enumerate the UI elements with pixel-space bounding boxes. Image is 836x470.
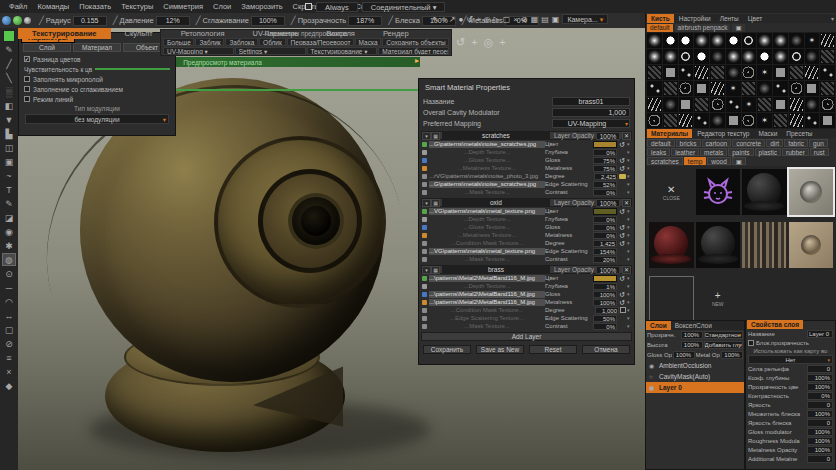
texture-row[interactable]: ...Metalness Texture... bbox=[421, 164, 545, 172]
more-tool-icon[interactable]: ≡ bbox=[2, 351, 16, 364]
material-category-dirt[interactable]: dirt bbox=[766, 139, 783, 147]
materials-tab-пресеты[interactable]: Пресеты bbox=[782, 129, 816, 138]
brush-thumbnail-r0c2[interactable] bbox=[679, 33, 694, 48]
texture-row[interactable]: ...Metalness Texture... bbox=[421, 231, 545, 239]
material-thumb-cat[interactable] bbox=[696, 169, 741, 215]
mini-arrow-icon[interactable]: ▾ bbox=[627, 232, 632, 238]
sensitivity-slider[interactable] bbox=[95, 68, 170, 70]
mini-arrow-icon[interactable]: ▾ bbox=[627, 240, 632, 246]
mini-arrow-icon[interactable]: ▾ bbox=[627, 323, 632, 329]
layers-tab-вокселслои[interactable]: ВокселСлои bbox=[671, 321, 716, 330]
param-value[interactable]: 0% bbox=[593, 149, 617, 156]
param-row-глубина[interactable]: Глубина1%▾ bbox=[545, 282, 632, 290]
brush-thumbnail-r4c7[interactable] bbox=[757, 97, 772, 112]
texture-row[interactable]: ...\patterns\Metal2\MetalBand116_M.jpg bbox=[421, 298, 545, 306]
mode-dropdown[interactable]: Соединительный ▾ bbox=[362, 2, 446, 12]
prop-value[interactable]: 100% bbox=[807, 428, 833, 436]
reset-icon[interactable]: ↺ bbox=[618, 299, 626, 306]
brush-thumbnail-r5c3[interactable] bbox=[694, 113, 709, 128]
brush-folder-icon[interactable]: ▣ bbox=[732, 24, 744, 32]
mini-arrow-icon[interactable]: ▾ bbox=[627, 283, 632, 289]
param-row-edge-scattering[interactable]: Edge Scattering154%▾ bbox=[545, 247, 632, 255]
room-tab-рендер[interactable]: Рендер bbox=[369, 28, 423, 39]
brush-thumbnail-r0c9[interactable] bbox=[789, 33, 804, 48]
pan-preview-icon[interactable]: + bbox=[471, 36, 477, 49]
select-icon[interactable]: ↖ bbox=[432, 15, 439, 24]
smudge-tool-icon[interactable]: ◍ bbox=[2, 253, 16, 266]
rotate-preview-icon[interactable]: ↺ bbox=[456, 36, 465, 49]
texture-row[interactable]: ...\patterns\Metal2\MetalBand116_M.jpg bbox=[421, 274, 545, 282]
brush-tab-настройки[interactable]: Настройки bbox=[675, 14, 715, 23]
smp-button-save-as-new[interactable]: Save as New bbox=[476, 345, 524, 354]
param-row-edge-scattering[interactable]: Edge Scattering52%▾ bbox=[545, 180, 632, 188]
cavity-modulator-input[interactable]: 1,000 bbox=[552, 108, 630, 117]
brush-tab-ленты[interactable]: Ленты bbox=[716, 14, 743, 23]
layer-prop-множитель-блеска[interactable]: Множитель блеска100% bbox=[746, 409, 835, 418]
visibility-icon[interactable]: ◉ bbox=[649, 362, 656, 369]
preview-option-перваза-переворот[interactable]: Перваза/Переворот bbox=[287, 38, 354, 46]
texture-row[interactable]: ...Depth Texture... bbox=[421, 282, 545, 290]
material-category-rubber[interactable]: rubber bbox=[782, 148, 809, 156]
grid-button[interactable]: ▦ bbox=[431, 199, 440, 207]
depth-blend-dropdown[interactable]: Добавить глубин ▾ bbox=[704, 341, 744, 349]
brush-thumbnail-r1c1[interactable] bbox=[663, 49, 678, 64]
slider-value[interactable]: 12% bbox=[156, 16, 190, 26]
menu-item-слои[interactable]: Слои bbox=[208, 2, 236, 11]
brush-thumbnail-r0c10[interactable]: ✶ bbox=[805, 33, 820, 48]
brush-thumbnail-r0c8[interactable] bbox=[773, 33, 788, 48]
texture-row[interactable]: ...Condition Mask Texture... bbox=[421, 306, 545, 314]
reset-icon[interactable]: ↺ bbox=[618, 291, 626, 298]
close-layer-button[interactable]: ✕ bbox=[622, 266, 631, 274]
brush-thumbnail-r5c10[interactable] bbox=[805, 113, 820, 128]
mini-arrow-icon[interactable]: ▾ bbox=[627, 307, 632, 313]
param-row-degree[interactable]: Degree1,000▾ bbox=[545, 306, 632, 314]
lasso-tool-icon[interactable]: ◠ bbox=[2, 295, 16, 308]
fill-tool-icon[interactable]: ◧ bbox=[2, 99, 16, 112]
param-row-metalness[interactable]: Metalness75%↺▾ bbox=[545, 164, 632, 172]
preview-option-заблик[interactable]: Заблик bbox=[195, 38, 224, 46]
room-tab-текстурирование[interactable]: Текстурирование bbox=[18, 28, 111, 39]
app-icon[interactable] bbox=[2, 16, 11, 25]
checkbox-icon[interactable] bbox=[620, 307, 626, 313]
param-row-gloss[interactable]: Gloss0%↺▾ bbox=[545, 223, 632, 231]
param-row-цвет[interactable]: Цвет↺▾ bbox=[545, 274, 632, 282]
param-value[interactable]: 154% bbox=[593, 248, 617, 255]
material-category-wood[interactable]: wood bbox=[707, 157, 731, 165]
materials-tab-материалы[interactable]: Материалы bbox=[647, 129, 692, 138]
param-row-цвет[interactable]: Цвет↺▾ bbox=[545, 207, 632, 215]
brush-thumbnail-r1c3[interactable] bbox=[694, 49, 709, 64]
slider-value[interactable]: 0.155 bbox=[73, 16, 107, 26]
param-row-contrast[interactable]: Contrast0%▾ bbox=[545, 188, 632, 196]
brush-thumbnail-r1c6[interactable] bbox=[742, 49, 757, 64]
brush-thumbnail-r5c11[interactable] bbox=[820, 113, 835, 128]
disable-icon[interactable]: ⊘ bbox=[521, 15, 528, 24]
preview-option-заблока[interactable]: Заблока bbox=[225, 38, 258, 46]
reset-icon[interactable]: ↺ bbox=[618, 157, 626, 164]
layer-properties-tab[interactable]: Свойства слоя bbox=[747, 320, 803, 329]
brush-thumbnail-r1c7[interactable] bbox=[757, 49, 772, 64]
brush-tab-цвет[interactable]: Цвет bbox=[744, 14, 767, 23]
material-thumb-brass-plate[interactable] bbox=[789, 222, 834, 268]
param-value[interactable]: 0% bbox=[593, 189, 617, 196]
visibility-icon[interactable]: ◉ bbox=[649, 384, 656, 391]
brush-thumbnail-r5c7[interactable]: ✶ bbox=[757, 113, 772, 128]
param-value[interactable]: 0% bbox=[593, 232, 617, 239]
param-row-gloss[interactable]: Gloss75%↺▾ bbox=[545, 156, 632, 164]
move-up-icon[interactable]: ↑ bbox=[442, 15, 446, 24]
close-layer-button[interactable]: ✕ bbox=[622, 132, 631, 140]
param-value[interactable]: 0% bbox=[593, 224, 617, 231]
smp-button-reset[interactable]: Reset bbox=[529, 345, 577, 354]
prop-value[interactable]: 0% bbox=[807, 392, 833, 400]
mini-arrow-icon[interactable]: ▾ bbox=[627, 149, 632, 155]
param-row-degree[interactable]: Degree1,425↺▾ bbox=[545, 239, 632, 247]
add-layer-button[interactable]: Add Layer bbox=[421, 332, 632, 341]
brush-thumbnail-r5c2[interactable] bbox=[679, 113, 694, 128]
prop-value[interactable]: 0 bbox=[807, 365, 833, 373]
material-thumb-dark-sphere[interactable] bbox=[742, 169, 787, 215]
params-tab-материал[interactable]: Материал bbox=[73, 43, 121, 52]
move-preview-icon[interactable]: + bbox=[499, 36, 505, 49]
drop-icon[interactable]: ● bbox=[458, 15, 463, 24]
reset-icon[interactable]: ↺ bbox=[618, 232, 626, 239]
brush-thumbnail-r1c4[interactable] bbox=[710, 49, 725, 64]
collapse-button[interactable]: ▾ bbox=[422, 266, 431, 274]
